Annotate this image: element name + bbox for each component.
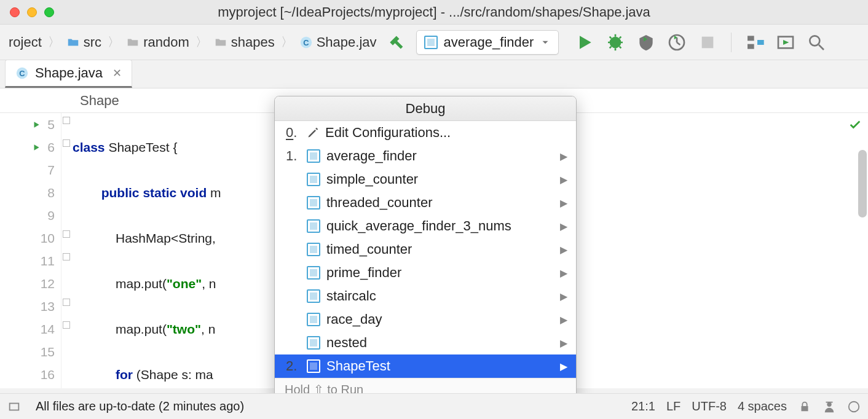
fold-toggle-icon[interactable] (63, 299, 70, 306)
run-button[interactable] (575, 33, 594, 52)
editor-tab-shape[interactable]: C Shape.java ✕ (5, 60, 132, 88)
close-tab-icon[interactable]: ✕ (112, 66, 122, 80)
application-icon (307, 359, 320, 373)
chevron-right-icon: ▶ (560, 244, 567, 256)
popup-config-prime_finder[interactable]: prime_finder▶ (275, 261, 576, 284)
chevron-right-icon: 〉 (280, 34, 294, 50)
debug-button[interactable] (606, 33, 625, 52)
toolbar-actions (575, 33, 826, 52)
fold-toggle-icon[interactable] (63, 139, 70, 147)
java-class-icon: C (15, 66, 29, 80)
svg-rect-4 (702, 36, 714, 48)
fold-toggle-icon[interactable] (63, 117, 70, 124)
chevron-right-icon: ▶ (560, 197, 567, 209)
navigation-breadcrumbs: roject 〉 src 〉 random 〉 shapes 〉 C Shape… (5, 32, 381, 53)
popup-config-ShapeTest[interactable]: 2.ShapeTest▶ (275, 354, 576, 378)
application-icon (307, 266, 320, 280)
status-message: All files are up-to-date (2 minutes ago) (36, 399, 244, 413)
window-title: myproject [~/IdeaProjects/myproject] - .… (0, 4, 868, 20)
svg-text:C: C (19, 69, 25, 78)
separator (731, 33, 732, 52)
inspection-ok-icon[interactable] (848, 118, 862, 131)
line-separator[interactable]: LF (666, 399, 681, 413)
popup-config-nested[interactable]: nested▶ (275, 331, 576, 354)
svg-point-2 (610, 36, 621, 48)
application-icon (307, 149, 320, 163)
folder-icon (126, 36, 140, 49)
titlebar: myproject [~/IdeaProjects/myproject] - .… (0, 0, 868, 25)
chevron-down-icon (540, 37, 551, 48)
popup-config-threaded_counter[interactable]: threaded_counter▶ (275, 191, 576, 214)
memory-indicator-icon[interactable] (847, 400, 861, 413)
breadcrumb-random[interactable]: random (122, 32, 193, 53)
run-configuration-selector[interactable]: average_finder (416, 30, 559, 55)
fold-toggle-icon[interactable] (63, 230, 70, 238)
breadcrumb-src[interactable]: src (63, 32, 105, 53)
svg-rect-14 (826, 401, 833, 402)
svg-rect-7 (757, 40, 764, 45)
toolbar: roject 〉 src 〉 random 〉 shapes 〉 C Shape… (0, 25, 868, 60)
popup-config-quick_average_finder_3_nums[interactable]: quick_average_finder_3_nums▶ (275, 214, 576, 238)
coverage-button[interactable] (636, 33, 656, 52)
chevron-right-icon: ▶ (560, 337, 567, 349)
chevron-right-icon: ▶ (560, 314, 567, 326)
close-window-button[interactable] (10, 7, 20, 17)
chevron-right-icon: ▶ (560, 291, 567, 302)
chevron-right-icon: 〉 (194, 34, 209, 50)
run-gutter-icon[interactable] (32, 143, 41, 152)
indent-settings[interactable]: 4 spaces (738, 399, 787, 413)
svg-point-15 (849, 401, 859, 412)
profile-button[interactable] (667, 33, 687, 52)
fold-toggle-icon[interactable] (63, 253, 70, 260)
gutter[interactable]: 5 6 7 8 9 10 11 12 13 14 15 16 (0, 113, 61, 388)
popup-title: Debug (275, 96, 576, 121)
breadcrumb-shapes[interactable]: shapes (210, 32, 278, 53)
vertical-scrollbar[interactable] (858, 150, 867, 217)
stop-button (698, 33, 717, 52)
zoom-window-button[interactable] (44, 7, 54, 17)
file-encoding[interactable]: UTF-8 (692, 399, 727, 413)
editor-tabs: C Shape.java ✕ (0, 60, 868, 88)
popup-config-timed_counter[interactable]: timed_counter▶ (275, 238, 576, 261)
popup-config-race_day[interactable]: race_day▶ (275, 308, 576, 331)
inspection-profile-icon[interactable] (823, 400, 836, 413)
popup-config-average_finder[interactable]: 1.average_finder▶ (275, 144, 576, 168)
application-icon (307, 196, 320, 210)
popup-config-staircalc[interactable]: staircalc▶ (275, 284, 576, 308)
window-controls (10, 7, 54, 17)
chevron-right-icon: ▶ (560, 174, 567, 186)
folder-icon (66, 36, 80, 49)
build-button[interactable] (388, 33, 406, 52)
chevron-right-icon: ▶ (560, 361, 567, 372)
breadcrumb-project[interactable]: roject (5, 32, 45, 53)
popup-edit-configurations[interactable]: 0. Edit Configurations... (275, 121, 576, 144)
status-bar: All files are up-to-date (2 minutes ago)… (0, 393, 868, 419)
readonly-toggle-icon[interactable] (798, 400, 811, 413)
svg-rect-12 (10, 403, 19, 410)
minimize-window-button[interactable] (27, 7, 37, 17)
folder-icon (214, 36, 227, 49)
chevron-right-icon: 〉 (47, 34, 61, 50)
caret-position[interactable]: 21:1 (631, 399, 655, 413)
tool-window-toggle-icon[interactable] (7, 400, 21, 413)
application-icon (307, 289, 320, 303)
svg-rect-6 (748, 44, 754, 49)
svg-point-13 (827, 402, 831, 406)
chevron-right-icon: ▶ (560, 221, 567, 232)
chevron-right-icon: ▶ (560, 267, 567, 279)
breadcrumb-file[interactable]: C Shape.jav (296, 32, 381, 53)
folding-column[interactable] (61, 113, 73, 388)
run-anything-button[interactable] (776, 33, 795, 52)
fold-toggle-icon[interactable] (63, 321, 70, 329)
svg-point-9 (810, 36, 820, 45)
debug-popup: Debug 0. Edit Configurations... 1.averag… (274, 96, 577, 401)
popup-config-simple_counter[interactable]: simple_counter▶ (275, 168, 576, 191)
project-structure-button[interactable] (745, 33, 765, 52)
application-icon (424, 36, 438, 49)
search-everywhere-button[interactable] (807, 33, 826, 52)
chevron-right-icon: ▶ (560, 151, 567, 162)
application-icon (307, 173, 320, 186)
svg-text:C: C (303, 37, 309, 47)
application-icon (307, 243, 320, 256)
run-gutter-icon[interactable] (32, 120, 41, 129)
